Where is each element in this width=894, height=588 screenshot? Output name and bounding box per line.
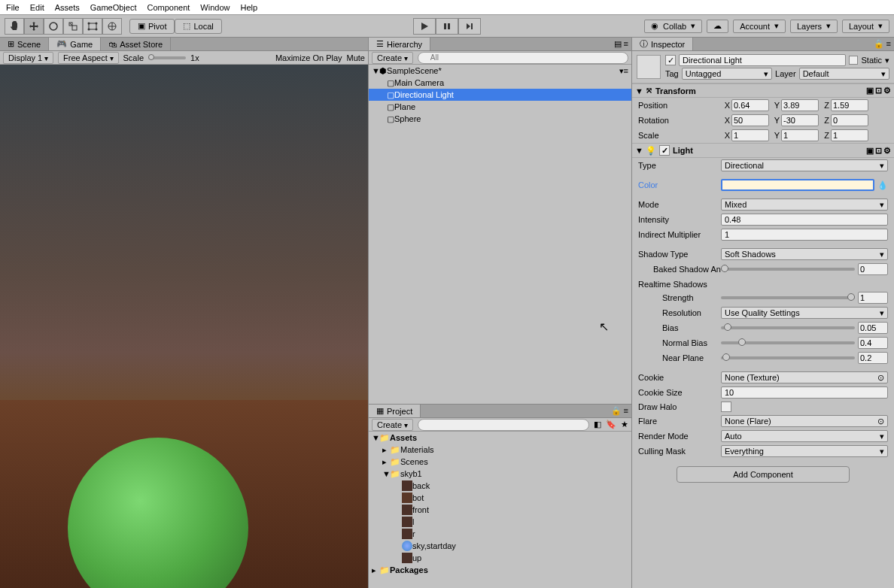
help-icon[interactable]: ▣ [866,146,874,156]
scl-z[interactable] [831,129,868,141]
materials-folder[interactable]: ▸📁Materials [369,444,631,456]
menu-assets[interactable]: Assets [55,3,80,12]
pos-z[interactable] [831,99,868,111]
rect-tool[interactable] [83,18,102,35]
static-checkbox[interactable] [849,56,858,65]
object-name-field[interactable] [679,54,846,66]
move-tool[interactable] [24,18,44,35]
skyb-up[interactable]: up [369,552,631,564]
scenes-folder[interactable]: ▸📁Scenes [369,456,631,468]
baked-angle-slider[interactable] [721,268,855,271]
collab-dropdown[interactable]: ◉Collab▾ [644,20,702,33]
bias-field[interactable] [858,322,888,334]
inspector-options-icon[interactable]: 🔒 ≡ [871,38,894,50]
normal-bias-field[interactable] [858,337,888,349]
indirect-field[interactable] [721,229,888,241]
menu-edit[interactable]: Edit [30,3,44,12]
local-toggle[interactable]: ⬚Local [175,19,221,34]
project-options-icon[interactable]: 🔒 ≡ [608,405,631,417]
scale-tool[interactable] [63,18,83,35]
layers-dropdown[interactable]: Layers▾ [790,20,838,33]
strength-field[interactable] [858,292,888,304]
layout-dropdown[interactable]: Layout▾ [842,20,889,33]
tab-hierarchy[interactable]: ☰Hierarchy [369,38,430,50]
tag-dropdown[interactable]: Untagged▾ [682,68,772,80]
object-thumbnail[interactable] [637,55,661,79]
culling-dropdown[interactable]: Everything▾ [721,445,888,457]
gear-icon[interactable]: ⚙ [883,86,891,95]
tab-asset-store[interactable]: 🛍Asset Store [101,38,171,50]
pivot-toggle[interactable]: ▣Pivot [129,19,175,34]
project-search[interactable] [418,419,589,431]
rot-x[interactable] [731,114,769,126]
mode-dropdown[interactable]: Mixed▾ [721,199,888,211]
pause-button[interactable] [436,18,458,35]
hierarchy-options-icon[interactable]: ▤ ≡ [611,38,631,50]
skyb1-folder[interactable]: ▼📁skyb1 [369,468,631,480]
normal-bias-slider[interactable] [721,341,855,344]
project-create-dropdown[interactable]: Create ▾ [372,419,413,431]
hierarchy-main-camera[interactable]: ▢Main Camera [369,77,631,89]
rot-y[interactable] [781,114,819,126]
light-type-dropdown[interactable]: Directional▾ [721,159,888,171]
tab-project[interactable]: ▦Project [369,405,421,417]
star-icon[interactable]: ★ [621,420,628,429]
hierarchy-plane[interactable]: ▢Plane [369,101,631,113]
scale-slider[interactable] [148,56,186,59]
hand-tool[interactable] [5,18,24,35]
hierarchy-sphere[interactable]: ▢Sphere [369,113,631,125]
hierarchy-directional-light[interactable]: ▢Directional Light [369,89,631,101]
mute-toggle[interactable]: Mute [347,53,365,62]
menu-window[interactable]: Window [200,3,230,12]
hierarchy-search[interactable] [418,52,628,64]
display-dropdown[interactable]: Display 1 ▾ [3,52,53,64]
light-enabled-checkbox[interactable]: ✓ [659,145,670,156]
cookie-size-field[interactable] [721,386,888,399]
cookie-field[interactable]: None (Texture)⊙ [721,371,888,383]
skyb-l[interactable]: l [369,516,631,528]
flare-field[interactable]: None (Flare)⊙ [721,415,888,427]
skyb-sky[interactable]: sky,startday [369,540,631,552]
scene-row[interactable]: ▼⬢SampleScene*▾≡ [369,65,631,77]
render-mode-dropdown[interactable]: Auto▾ [721,430,888,442]
rotate-tool[interactable] [44,18,63,35]
scl-x[interactable] [731,129,769,141]
skyb-r[interactable]: r [369,528,631,540]
play-button[interactable] [413,18,436,35]
pos-y[interactable] [781,99,819,111]
filter-icon[interactable]: ◧ [594,420,601,429]
account-dropdown[interactable]: Account▾ [733,20,786,33]
hierarchy-create-dropdown[interactable]: Create ▾ [372,52,413,64]
light-header[interactable]: ▼💡✓Light ▣⊡⚙ [632,143,894,158]
draw-halo-checkbox[interactable] [721,402,731,412]
aspect-dropdown[interactable]: Free Aspect ▾ [58,52,118,64]
near-plane-slider[interactable] [721,356,855,359]
skyb-front[interactable]: front [369,504,631,516]
label-icon[interactable]: 🔖 [606,420,616,429]
transform-tool[interactable] [102,18,122,35]
skyb-bot[interactable]: bot [369,492,631,504]
tab-inspector[interactable]: ⓘInspector [632,38,693,50]
light-color-swatch[interactable] [721,179,874,191]
menu-file[interactable]: File [6,3,20,12]
cloud-button[interactable]: ☁ [707,20,728,33]
scene-menu-icon[interactable]: ▾≡ [619,66,631,76]
preset-icon[interactable]: ⊡ [875,86,882,95]
menu-component[interactable]: Component [147,3,190,12]
pos-x[interactable] [731,99,769,111]
menu-gameobject[interactable]: GameObject [90,3,137,12]
bias-slider[interactable] [721,326,855,329]
tab-game[interactable]: 🎮Game [49,38,101,50]
shadow-type-dropdown[interactable]: Soft Shadows▾ [721,248,888,260]
scl-y[interactable] [781,129,819,141]
assets-folder[interactable]: ▼📁Assets [369,432,631,444]
strength-slider[interactable] [721,296,855,299]
intensity-field[interactable] [721,214,888,226]
resolution-dropdown[interactable]: Use Quality Settings▾ [721,307,888,319]
menu-help[interactable]: Help [240,3,257,12]
packages-folder[interactable]: ▸📁Packages [369,564,631,576]
help-icon[interactable]: ▣ [866,86,874,95]
active-checkbox[interactable]: ✓ [665,55,676,65]
skyb-back[interactable]: back [369,480,631,492]
step-button[interactable] [458,18,481,35]
